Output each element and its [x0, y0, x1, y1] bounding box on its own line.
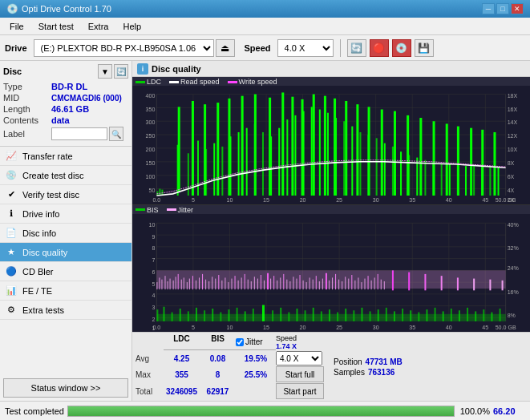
chart2-container: BIS Jitter: [132, 205, 530, 333]
svg-rect-92: [192, 101, 194, 196]
contents-label: Contents: [3, 115, 51, 125]
svg-rect-86: [465, 166, 467, 196]
svg-rect-192: [370, 311, 371, 321]
speed-label: Speed: [245, 43, 271, 53]
svg-rect-240: [248, 279, 249, 289]
nav-transfer-rate[interactable]: 📈 Transfer rate: [0, 147, 131, 166]
svg-rect-165: [156, 313, 505, 321]
jitter-checkbox[interactable]: [236, 338, 244, 346]
svg-rect-290: [502, 280, 504, 289]
length-value: 46.61 GB: [51, 104, 128, 114]
length-label: Length: [3, 104, 51, 114]
start-part-button[interactable]: Start part: [276, 383, 324, 399]
drive-select[interactable]: (E:) PLEXTOR BD-R PX-LB950SA 1.06: [34, 39, 214, 57]
menu-help[interactable]: Help: [116, 18, 148, 34]
avg-jitter: 19.5%: [236, 354, 276, 363]
svg-rect-215: [170, 278, 171, 289]
svg-text:0.0: 0.0: [152, 196, 160, 204]
label-input[interactable]: [51, 127, 107, 140]
disc-info-icon: 📄: [5, 227, 18, 240]
settings-button[interactable]: 🔴: [370, 39, 389, 57]
svg-rect-239: [245, 273, 245, 289]
svg-rect-169: [180, 309, 181, 321]
eject-button[interactable]: ⏏: [216, 39, 235, 57]
svg-text:10: 10: [227, 323, 233, 330]
svg-rect-67: [311, 107, 313, 196]
svg-rect-261: [316, 276, 317, 289]
menu-file[interactable]: File: [3, 18, 30, 34]
ldc-color: [136, 81, 145, 83]
svg-rect-167: [163, 306, 164, 321]
legend-jitter: Jitter: [167, 206, 194, 214]
svg-text:16X: 16X: [508, 105, 518, 112]
menu-extra[interactable]: Extra: [82, 18, 115, 34]
nav-drive-info[interactable]: ℹ Drive info: [0, 204, 131, 224]
svg-rect-279: [374, 277, 375, 289]
extra-tests-icon: ⚙: [5, 304, 18, 317]
maximize-button[interactable]: □: [496, 3, 509, 14]
svg-rect-72: [351, 127, 353, 196]
legend-bis-label: BIS: [147, 206, 159, 214]
right-panel: i Disc quality LDC Read speed: [132, 61, 530, 401]
svg-rect-218: [178, 273, 179, 289]
nav-disc-quality[interactable]: ★ Disc quality: [0, 243, 131, 262]
samples-value: 763136: [368, 368, 394, 377]
disc-refresh-button[interactable]: 🔄: [114, 64, 128, 79]
svg-rect-217: [176, 277, 176, 289]
minimize-button[interactable]: ─: [482, 3, 495, 14]
svg-rect-225: [199, 277, 200, 289]
svg-rect-220: [184, 277, 184, 289]
disc-button[interactable]: 💿: [392, 39, 411, 57]
svg-text:6X: 6X: [508, 173, 515, 180]
label-browse-button[interactable]: 🔍: [109, 127, 123, 141]
nav-fe-te-label: FE / TE: [22, 286, 52, 296]
svg-text:3: 3: [152, 303, 155, 310]
svg-rect-96: [241, 96, 244, 196]
svg-text:50.0 GB: 50.0 GB: [496, 323, 516, 330]
menu-start-test[interactable]: Start test: [32, 18, 80, 34]
bis-col-header: BIS: [200, 334, 236, 350]
status-window-button[interactable]: Status window >>: [3, 378, 128, 398]
svg-rect-258: [306, 282, 307, 289]
close-button[interactable]: ✕: [511, 3, 524, 14]
svg-text:40: 40: [446, 323, 452, 330]
nav-create-test-disc[interactable]: 💿 Create test disc: [0, 166, 131, 185]
svg-rect-289: [489, 279, 491, 290]
svg-rect-178: [253, 309, 254, 321]
nav-disc-info[interactable]: 📄 Disc info: [0, 224, 131, 243]
svg-rect-233: [225, 277, 225, 289]
svg-rect-237: [238, 280, 239, 289]
chart1-container: LDC Read speed Write speed: [132, 77, 530, 205]
nav-extra-tests[interactable]: ⚙ Extra tests: [0, 301, 131, 320]
svg-rect-187: [329, 309, 330, 321]
svg-rect-255: [296, 278, 297, 289]
disc-options-button[interactable]: ▼: [98, 64, 112, 79]
svg-rect-251: [283, 273, 284, 289]
svg-text:32%: 32%: [508, 244, 519, 251]
nav-fe-te[interactable]: 📊 FE / TE: [0, 281, 131, 301]
svg-rect-194: [386, 307, 387, 321]
nav-list: 📈 Transfer rate 💿 Create test disc ✔ Ver…: [0, 147, 131, 320]
svg-rect-174: [220, 312, 221, 321]
nav-cd-bler[interactable]: 🔵 CD Bler: [0, 262, 131, 281]
svg-rect-185: [313, 307, 314, 321]
start-full-button[interactable]: Start full: [276, 366, 324, 382]
svg-rect-257: [303, 280, 304, 289]
svg-rect-89: [489, 167, 491, 196]
svg-text:15: 15: [263, 323, 269, 330]
svg-rect-285: [424, 273, 426, 289]
svg-rect-78: [400, 151, 402, 196]
svg-text:30: 30: [373, 323, 379, 330]
save-button[interactable]: 💾: [415, 39, 434, 57]
refresh-button[interactable]: 🔄: [347, 39, 366, 57]
svg-rect-227: [205, 279, 206, 289]
speed-select[interactable]: 4.0 X 1.0 X 2.0 X 6.0 X 8.0 X: [277, 39, 334, 57]
stats-row: LDC BIS Jitter Speed 1.74 X Avg 4.25 0.0…: [132, 332, 530, 401]
svg-rect-176: [237, 307, 238, 321]
svg-text:200: 200: [146, 146, 156, 153]
nav-verify-test-disc[interactable]: ✔ Verify test disc: [0, 185, 131, 204]
chart1-svg: 400 350 300 250 200 150 100 50 18X 16X 1…: [132, 86, 530, 204]
svg-rect-102: [313, 95, 315, 196]
speed-full-select[interactable]: 4.0 X: [276, 351, 322, 365]
svg-rect-166: [156, 309, 158, 321]
